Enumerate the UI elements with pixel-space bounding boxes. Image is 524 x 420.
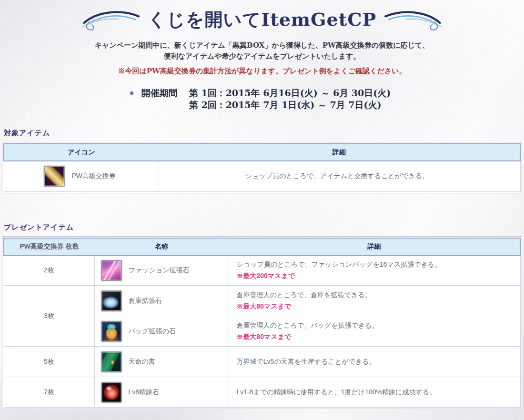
item-name-cell: 天命の書	[95, 348, 228, 376]
warning-text: ※今回はPW高級交換券の集計方法が異なります。プレゼント例をよくご確認ください。	[0, 66, 524, 77]
item-name-cell: ファッション拡張石	[95, 256, 228, 285]
item-detail: ショップ員のところで、アイテムと交換することができる。	[159, 161, 520, 191]
pw-ticket-icon	[44, 166, 65, 187]
warehouse-stone-icon	[101, 290, 122, 311]
schedule-round-1: 第 1回：2015年 6月16日(火) ～ 6月 30日(火)	[189, 87, 391, 100]
table-row: 5枚 天命の書 万界城でLv5の天書を生産することができる。	[4, 347, 520, 377]
item-detail: 倉庫管理人のところで、バッグを拡張できる。	[237, 321, 515, 330]
item-detail: 万界城でLv5の天書を生産することができる。	[237, 358, 515, 366]
ticket-count: 7枚	[4, 377, 94, 408]
schedule-round-2: 第 2回：2015年 7月 1日(水) ～ 7月 7日(火)	[189, 99, 391, 111]
refine-orb-icon	[101, 382, 122, 403]
fashion-stone-icon	[101, 260, 122, 281]
description-line-1: キャンペーン期間中に、新くじアイテム「黒翼BOX」から獲得した、PW高級交換券の…	[0, 40, 524, 51]
item-name-cell: 倉庫拡張石	[95, 287, 228, 315]
table-header-row: PW高級交換券 枚数 名称 詳細	[4, 238, 520, 255]
description-line-2: 便利なアイテムや希少なアイテムをプレゼントいたします。	[0, 51, 524, 62]
campaign-page: くじを開いてItemGetCP キャンペーン期間中に、新くじアイテム「黒翼BOX…	[0, 0, 524, 420]
present-items-table: PW高級交換券 枚数 名称 詳細 2枚 ファッション拡張石 ショップ員のとこ	[2, 236, 522, 410]
campaign-description: キャンペーン期間中に、新くじアイテム「黒翼BOX」から獲得した、PW高級交換券の…	[0, 40, 524, 77]
target-items-heading: 対象アイテム	[4, 129, 524, 138]
column-header-detail: 詳細	[229, 238, 520, 255]
column-header-count: PW高級交換券 枚数	[4, 238, 94, 255]
heaven-book-icon	[101, 351, 122, 372]
item-detail: ショップ員のところで、ファッションバッグを16マス拡張できる。	[237, 260, 515, 269]
table-row: 7枚 Lv8精錬石 Lv1-8までの精錬時に使用すると、1度だけ100%精錬に成…	[4, 377, 520, 408]
item-note: ※最大200マスまで	[237, 272, 515, 280]
item-name-cell: バッグ拡張の石	[95, 317, 228, 346]
item-name: バッグ拡張の石	[129, 327, 176, 336]
item-name: PW高級交換券	[71, 172, 116, 180]
item-name: ファッション拡張石	[129, 266, 190, 275]
column-header-detail: 詳細	[159, 144, 520, 161]
table-row: 3枚 倉庫拡張石 倉庫管理人のところで、倉庫を拡張できる。 ※最大80マスまで	[4, 286, 520, 316]
item-note: ※最大80マスまで	[237, 302, 515, 311]
ticket-count: 3枚	[4, 286, 94, 347]
swirl-ornament-left-icon	[80, 7, 141, 32]
ticket-count: 2枚	[4, 255, 94, 286]
schedule-label: 開催期間	[141, 87, 178, 100]
masthead: くじを開いてItemGetCP	[0, 0, 524, 34]
item-name: 倉庫拡張石	[129, 297, 162, 305]
page-title: くじを開いてItemGetCP	[148, 8, 376, 32]
item-detail: Lv1-8までの精錬時に使用すると、1度だけ100%精錬に成功する。	[237, 388, 515, 397]
bullet-icon: •	[129, 87, 135, 100]
column-header-icon: アイコン	[4, 144, 159, 161]
present-items-heading: プレゼントアイテム	[4, 223, 524, 232]
target-items-table: アイコン 詳細 PW高級交換券 ショップ員のところで、アイテムと交換することがで…	[2, 142, 522, 193]
item-name: 天命の書	[129, 358, 155, 366]
table-row: 2枚 ファッション拡張石 ショップ員のところで、ファッションバッグを16マス拡張…	[4, 255, 520, 286]
swirl-ornament-right-icon	[383, 7, 444, 32]
table-row: PW高級交換券 ショップ員のところで、アイテムと交換することができる。	[4, 161, 520, 191]
schedule: • 開催期間 第 1回：2015年 6月16日(火) ～ 6月 30日(火) 第…	[129, 87, 395, 111]
schedule-dates: 第 1回：2015年 6月16日(火) ～ 6月 30日(火) 第 2回：201…	[189, 87, 391, 111]
item-name-cell: PW高級交換券	[5, 162, 158, 190]
table-header-row: アイコン 詳細	[4, 144, 520, 161]
item-name: Lv8精錬石	[129, 388, 160, 397]
item-detail: 倉庫管理人のところで、倉庫を拡張できる。	[237, 291, 515, 300]
bag-stone-icon	[101, 321, 122, 342]
item-name-cell: Lv8精錬石	[95, 378, 228, 407]
ticket-count: 5枚	[4, 347, 94, 377]
item-note: ※最大80マスまで	[237, 333, 515, 341]
column-header-name: 名称	[94, 238, 229, 255]
